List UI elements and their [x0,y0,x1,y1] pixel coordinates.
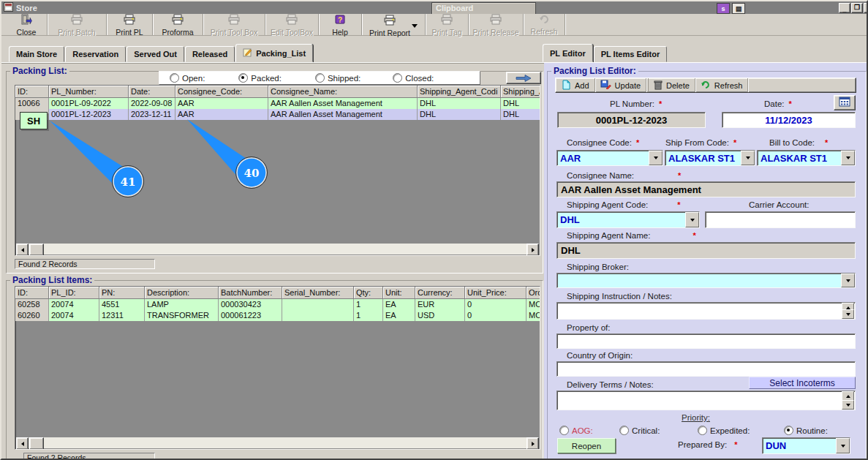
priority-critical-radio[interactable]: Critical: [619,426,660,435]
proforma-button[interactable]: Proforma [153,14,203,35]
tab-released[interactable]: Released [185,46,235,62]
column-header[interactable]: PL_ID: [49,287,99,299]
pl-number-label: PL Number:* [610,99,662,108]
print-report-button[interactable]: Print Report [362,14,426,35]
column-header[interactable]: Unit: [383,287,415,299]
tab-pl-editor[interactable]: PL Editor [543,44,593,62]
column-header[interactable]: Consignee_Name: [268,86,418,98]
clipboard-floating-panel[interactable]: Clipboard [431,2,536,15]
column-header[interactable]: Serial_Number: [282,287,354,299]
delete-button[interactable]: Delete [648,78,695,92]
column-header[interactable]: ID: [15,287,49,299]
column-header[interactable]: PL_Number: [49,86,129,98]
tab-reservation[interactable]: Reservation [65,46,126,62]
update-button[interactable]: Update [595,78,646,92]
s-folder-icon[interactable]: s [717,3,730,14]
close-button[interactable]: Close [6,14,48,35]
go-arrow-button[interactable] [506,72,541,84]
column-header[interactable]: Unit_Price: [465,287,527,299]
table-row-selected[interactable]: 0001PL-12-2023 2023-12-11 AAR AAR Aallen… [15,109,540,120]
carrier-account-input[interactable] [706,212,861,227]
column-header[interactable]: Description: [145,287,219,299]
table-row[interactable]: 60260 20074 12311 TRANSFORMER 000061223 … [15,310,540,321]
document-icon[interactable]: ▤ [732,3,745,14]
priority-routine-radio[interactable]: Routine: [784,426,828,435]
column-header[interactable]: Shipping_Agen [501,86,540,98]
filter-closed-radio[interactable]: Closed: [393,73,434,83]
country-of-origin-wrap [556,361,856,377]
packing-list-items-grid[interactable]: ID: PL_ID: PN: Description: BatchNumber:… [15,286,540,450]
scroll-down-button[interactable] [842,309,854,319]
scrollbar-thumb[interactable] [29,244,44,256]
chevron-down-icon[interactable] [841,274,855,287]
help-icon: ? [335,14,346,28]
horizontal-scrollbar[interactable] [16,437,539,448]
reopen-button[interactable]: Reopen [557,438,616,453]
horizontal-scrollbar[interactable] [16,244,539,254]
bill-to-code-combo[interactable]: ALASKAR ST1 [757,150,856,166]
scroll-right-button[interactable] [527,437,539,450]
sh-status-badge[interactable]: SH [20,112,48,129]
scroll-left-button[interactable] [16,437,29,450]
column-header[interactable]: Shipping_Agent_Codi [418,86,501,98]
column-header[interactable]: Order_ [527,287,540,299]
property-of-input[interactable] [557,334,861,348]
priority-aog-radio[interactable]: AOG: [559,426,593,435]
packing-list-grid[interactable]: ID: PL_Number: Date: Consignee_Code: Con… [15,85,540,256]
add-button[interactable]: Add [556,78,595,92]
shipping-broker-combo[interactable] [556,273,856,288]
chevron-down-icon[interactable] [841,151,855,165]
scroll-down-button[interactable] [842,400,854,410]
minimize-button[interactable]: _ [839,3,850,13]
print-pl-button[interactable]: Print PL [107,14,153,35]
editor-refresh-button[interactable]: Refresh [695,78,749,92]
prepared-by-combo[interactable]: DUN [762,437,850,454]
printer-icon [440,14,453,28]
chevron-down-icon[interactable] [412,24,418,31]
column-header[interactable]: Qty: [354,287,383,299]
chevron-down-icon[interactable] [836,438,850,453]
date-picker-button[interactable] [834,95,856,110]
shipping-instruction-input[interactable] [557,303,848,319]
cell-consignee-code: AAR [176,98,268,109]
table-row[interactable]: 60258 20074 4551 LAMP 000030423 1 EA EUR… [15,299,540,310]
cell-currency: EUR [415,299,465,310]
ship-from-code-combo[interactable]: ALASKAR ST1 [665,150,755,166]
close-window-button[interactable]: × [864,3,868,13]
select-incoterms-button[interactable]: Select Incoterms [749,377,856,389]
column-header[interactable]: PN: [99,287,145,299]
shipping-instruction-wrap [556,302,856,320]
restore-button[interactable]: ❐ [851,3,863,13]
column-header[interactable]: BatchNumber: [219,287,282,299]
main-toolbar: Close Print Batch Print PL Proforma Prin… [1,14,867,36]
column-header[interactable]: Currency: [415,287,465,299]
tab-packing-list[interactable]: Packing_List [235,44,313,62]
delivery-terms-wrap [556,391,856,410]
filter-shipped-radio[interactable]: Shipped: [315,73,361,83]
country-of-origin-input[interactable] [557,362,861,376]
chevron-down-icon[interactable] [649,151,663,165]
filter-packed-radio[interactable]: Packed: [238,73,282,83]
scroll-right-button[interactable] [527,244,539,256]
date-field[interactable]: 11/12/2023 [722,112,856,128]
scroll-left-button[interactable] [16,244,29,256]
consignee-code-combo[interactable]: AAR [556,150,663,166]
cell-unit: EA [383,310,415,321]
shipping-agent-code-combo[interactable]: DHL [556,211,700,228]
filter-open-radio[interactable]: Open: [170,73,205,83]
scrollbar-thumb[interactable] [29,437,44,450]
column-header[interactable]: Date: [129,86,176,98]
delivery-terms-input[interactable] [557,391,848,410]
chevron-down-icon[interactable] [685,212,699,227]
tab-main-store[interactable]: Main Store [9,46,64,62]
column-header[interactable]: ID: [15,86,49,98]
tab-served-out[interactable]: Served Out [127,46,184,62]
table-row[interactable]: 10066 0001PL-09-2022 2022-09-08 AAR AAR … [15,98,540,109]
help-button[interactable]: ? Help [319,14,362,35]
column-header[interactable]: Consignee_Code: [176,86,268,98]
tab-pl-items-editor[interactable]: PL Items Editor [594,46,667,62]
priority-expedited-radio[interactable]: Expedited: [698,426,750,435]
window-controls: _ ❐ × [838,3,868,13]
chevron-down-icon[interactable] [741,151,755,165]
shipping-broker-label: Shipping Broker: [567,263,629,271]
